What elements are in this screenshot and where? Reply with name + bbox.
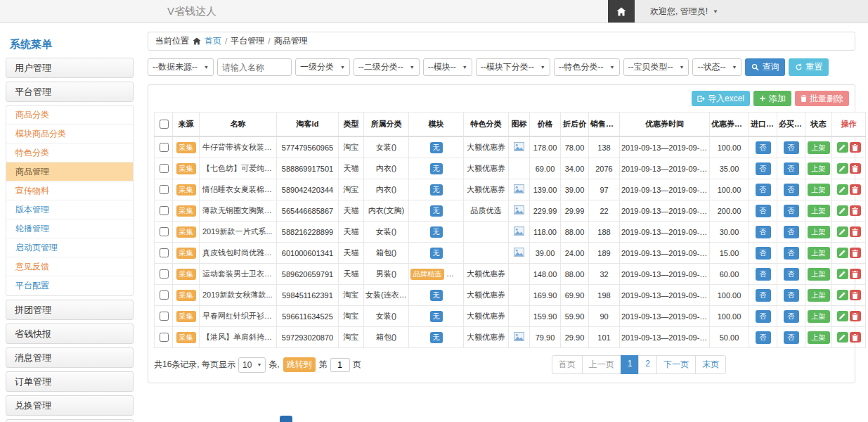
sidebar-subitem[interactable]: 商品分类	[6, 106, 133, 124]
edit-button[interactable]	[837, 269, 848, 279]
float-widget-button[interactable]	[280, 416, 292, 422]
sidebar-subitem[interactable]: 模块商品分类	[6, 124, 133, 143]
row-checkbox[interactable]	[160, 269, 169, 279]
must-buy-toggle[interactable]: 否	[784, 205, 799, 217]
edit-button[interactable]	[837, 142, 848, 153]
filter-select-status[interactable]: --状态--▼	[692, 58, 741, 76]
sidebar-subitem[interactable]: 特色分类	[6, 143, 133, 162]
page-button[interactable]: 1	[621, 355, 640, 374]
row-checkbox[interactable]	[160, 290, 169, 300]
must-buy-toggle[interactable]: 否	[784, 268, 799, 281]
batch-delete-button[interactable]: 批量删除	[795, 91, 849, 106]
import-select-toggle[interactable]: 否	[756, 141, 771, 154]
status-toggle[interactable]: 上架	[808, 247, 830, 260]
delete-button[interactable]	[850, 205, 861, 216]
sidebar-item-exchange[interactable]: 兑换管理	[6, 395, 134, 416]
delete-button[interactable]	[850, 226, 861, 237]
page-button[interactable]: 下一页	[656, 355, 696, 374]
edit-button[interactable]	[837, 332, 848, 343]
edit-button[interactable]	[837, 205, 848, 216]
sidebar-item-user[interactable]: 用户管理	[6, 58, 134, 78]
must-buy-toggle[interactable]: 否	[784, 247, 799, 260]
import-select-toggle[interactable]: 否	[756, 289, 771, 302]
delete-button[interactable]	[850, 332, 861, 343]
sidebar-item-express[interactable]: 省钱快报	[6, 324, 134, 344]
search-button[interactable]: 查询	[745, 58, 785, 76]
delete-button[interactable]	[850, 142, 861, 153]
page-button[interactable]: 末页	[695, 355, 726, 374]
row-checkbox[interactable]	[160, 164, 169, 173]
row-checkbox[interactable]	[160, 143, 169, 152]
page-number-input[interactable]	[330, 358, 350, 372]
delete-button[interactable]	[850, 163, 861, 174]
row-checkbox[interactable]	[160, 227, 169, 236]
status-toggle[interactable]: 上架	[808, 162, 830, 175]
name-search-input[interactable]	[217, 58, 292, 76]
import-excel-button[interactable]: 导入excel	[692, 91, 750, 106]
per-page-select[interactable]: 10 ▼	[238, 357, 266, 373]
delete-button[interactable]	[850, 290, 861, 300]
status-toggle[interactable]: 上架	[808, 205, 830, 217]
must-buy-toggle[interactable]: 否	[784, 162, 799, 175]
sidebar-item-message[interactable]: 消息管理	[6, 347, 134, 368]
status-toggle[interactable]: 上架	[808, 226, 830, 238]
must-buy-toggle[interactable]: 否	[784, 310, 799, 323]
filter-select-feature-category[interactable]: --特色分类--▼	[554, 58, 620, 76]
edit-button[interactable]	[837, 184, 848, 195]
sidebar-subitem[interactable]: 意见反馈	[6, 257, 133, 276]
status-toggle[interactable]: 上架	[808, 289, 830, 302]
delete-button[interactable]	[850, 311, 861, 321]
must-buy-toggle[interactable]: 否	[784, 331, 799, 344]
sidebar-item-order[interactable]: 订单管理	[6, 371, 134, 392]
filter-select-level2-category[interactable]: --二级分类--▼	[354, 58, 420, 76]
delete-button[interactable]	[850, 184, 861, 195]
edit-button[interactable]	[837, 163, 848, 174]
status-toggle[interactable]: 上架	[808, 141, 830, 154]
edit-button[interactable]	[837, 248, 848, 258]
breadcrumb-home-link[interactable]: 首页	[205, 35, 221, 47]
import-select-toggle[interactable]: 否	[756, 162, 771, 175]
page-button[interactable]: 上一页	[582, 355, 621, 374]
import-select-toggle[interactable]: 否	[756, 331, 771, 344]
delete-button[interactable]	[850, 248, 861, 258]
must-buy-toggle[interactable]: 否	[784, 226, 799, 238]
filter-select-item-type[interactable]: --宝贝类型--▼	[623, 58, 689, 76]
sidebar-item-group-buy[interactable]: 拼团管理	[6, 300, 134, 320]
edit-button[interactable]	[837, 311, 848, 321]
jump-button[interactable]: 跳转到	[283, 357, 316, 372]
reset-button[interactable]: 重置	[789, 58, 829, 76]
must-buy-toggle[interactable]: 否	[784, 289, 799, 302]
must-buy-toggle[interactable]: 否	[784, 184, 799, 196]
filter-select-level1-category[interactable]: 一级分类▼	[295, 58, 350, 76]
status-toggle[interactable]: 上架	[808, 331, 830, 344]
sidebar-subitem[interactable]: 平台配置	[6, 276, 133, 295]
row-checkbox[interactable]	[160, 312, 169, 321]
row-checkbox[interactable]	[160, 248, 169, 257]
must-buy-toggle[interactable]: 否	[784, 141, 799, 154]
row-checkbox[interactable]	[160, 333, 169, 342]
status-toggle[interactable]: 上架	[808, 184, 830, 196]
import-select-toggle[interactable]: 否	[756, 226, 771, 238]
edit-button[interactable]	[837, 290, 848, 300]
sidebar-item-platform[interactable]: 平台管理	[6, 82, 134, 102]
page-button[interactable]: 2	[638, 355, 657, 374]
edit-button[interactable]	[837, 226, 848, 237]
sidebar-subitem[interactable]: 商品管理	[6, 162, 133, 181]
import-select-toggle[interactable]: 否	[756, 247, 771, 260]
sidebar-subitem[interactable]: 版本管理	[6, 200, 133, 219]
sidebar-subitem[interactable]: 宣传物料	[6, 181, 133, 200]
row-checkbox[interactable]	[160, 206, 169, 215]
filter-select-module[interactable]: --模块--▼	[423, 58, 472, 76]
import-select-toggle[interactable]: 否	[756, 310, 771, 323]
import-select-toggle[interactable]: 否	[756, 184, 771, 196]
filter-select-module-sub-category[interactable]: --模块下分类--▼	[476, 58, 550, 76]
user-menu[interactable]: 欢迎您, 管理员! ▼	[635, 0, 868, 23]
sidebar-subitem[interactable]: 启动页管理	[6, 238, 133, 257]
import-select-toggle[interactable]: 否	[756, 268, 771, 281]
add-button[interactable]: 添加	[753, 91, 791, 106]
sidebar-subitem[interactable]: 轮播管理	[6, 219, 133, 238]
row-checkbox[interactable]	[160, 185, 169, 194]
home-button[interactable]	[608, 0, 635, 23]
delete-button[interactable]	[850, 269, 861, 279]
status-toggle[interactable]: 上架	[808, 310, 830, 323]
